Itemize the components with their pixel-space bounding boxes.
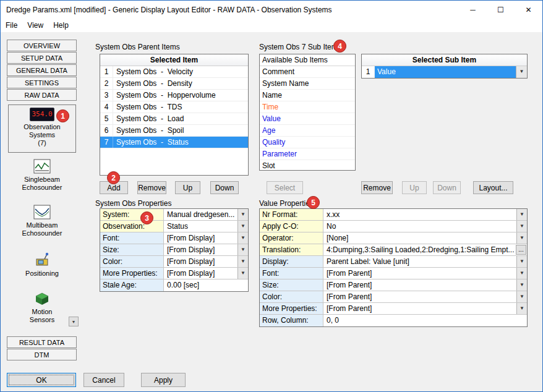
property-value[interactable]: Parent Label: Value [unit] [323, 256, 516, 267]
sidebar-item-raw-data[interactable]: RAW DATA [7, 89, 77, 101]
property-value[interactable]: 0, 0 [323, 315, 527, 326]
property-value[interactable]: x.xx [323, 209, 516, 220]
table-row[interactable]: 6System Obs - Spoil [100, 125, 248, 137]
dropdown-arrow-icon[interactable]: ▼ [516, 303, 527, 314]
property-row: Apply C-O:No▼ [260, 221, 527, 232]
remove-button[interactable]: Remove [137, 181, 166, 194]
table-row[interactable]: 5System Obs - Load [100, 113, 248, 125]
row-text: System Obs - TDS [113, 101, 248, 113]
dropdown-arrow-icon[interactable]: ▼ [516, 221, 527, 232]
menu-view[interactable]: View [22, 19, 48, 32]
dropdown-arrow-icon[interactable]: ▼ [237, 232, 248, 244]
list-item[interactable]: Time [260, 101, 355, 113]
property-value[interactable]: [From Parent] [323, 303, 516, 314]
property-value[interactable]: [From Display] [164, 268, 237, 279]
maximize-button[interactable]: ☐ [487, 1, 515, 19]
sidebar-item-general-data[interactable]: GENERAL DATA [7, 64, 77, 76]
property-value[interactable]: [From Parent] [323, 268, 516, 279]
property-value[interactable]: No [323, 221, 516, 232]
dropdown-arrow-icon[interactable]: ▼ [516, 268, 527, 279]
select-button[interactable]: Select [267, 181, 303, 194]
dropdown-arrow-icon[interactable]: ▼ [516, 279, 527, 291]
dropdown-arrow-icon[interactable]: ▼ [237, 256, 248, 267]
parent-items-column-header: Selected Item [100, 54, 248, 66]
list-item[interactable]: Name [260, 90, 355, 101]
property-row: More Properties:[From Parent]▼ [260, 303, 527, 315]
dropdown-arrow-icon[interactable]: ▼ [516, 66, 527, 78]
property-row: Translation:4:Dumping,3:Sailing Loaded,2… [260, 244, 527, 256]
list-item[interactable]: System Name [260, 78, 355, 90]
dropdown-arrow-icon[interactable]: ▼ [237, 244, 248, 255]
table-row[interactable]: 3System Obs - Hoppervolume [100, 90, 248, 101]
sidebar-item-motion-sensors[interactable]: Motion Sensors [8, 289, 76, 327]
property-value[interactable]: [From Parent] [323, 291, 516, 302]
sidebar-item-setup-data[interactable]: SETUP DATA [7, 52, 77, 64]
sub-items-section-label: System Obs 7 Sub Items [259, 43, 341, 51]
row-text: Value [375, 66, 516, 78]
sidebar-item-overview[interactable]: OVERVIEW [7, 40, 77, 51]
sidebar-item-result-data[interactable]: RESULT DATA [7, 336, 77, 348]
dropdown-arrow-icon[interactable]: ▼ [516, 209, 527, 220]
property-value[interactable]: [From Display] [164, 244, 237, 255]
row-text: System Obs - Density [113, 78, 248, 89]
sidebar-item-dtm[interactable]: DTM [7, 349, 77, 360]
table-row[interactable]: 4System Obs - TDS [100, 101, 248, 113]
close-button[interactable]: ✕ [515, 1, 542, 19]
row-number: 2 [100, 78, 113, 89]
ellipsis-button[interactable]: ... [516, 245, 526, 255]
dropdown-arrow-icon[interactable]: ▼ [237, 268, 248, 279]
list-item[interactable]: Parameter [260, 148, 355, 160]
sidebar-item-positioning[interactable]: Positioning [8, 249, 76, 284]
dropdown-arrow-icon[interactable]: ▼ [516, 232, 527, 244]
property-value[interactable]: Status [164, 221, 237, 232]
list-item[interactable]: Comment [260, 66, 355, 78]
menu-help[interactable]: Help [48, 19, 74, 32]
property-row: Observation:Status▼ [100, 221, 248, 232]
list-item[interactable]: Quality [260, 137, 355, 148]
list-item[interactable]: Age [260, 125, 355, 137]
table-row[interactable]: 2System Obs - Density [100, 78, 248, 90]
value-properties-table: Nr Format:x.xx▼ Apply C-O:No▼ Operator:[… [259, 208, 528, 327]
property-row: Color:[From Parent]▼ [260, 291, 527, 303]
table-row-selected[interactable]: 1 Value ▼ [362, 66, 527, 78]
dropdown-arrow-icon[interactable]: ▼ [237, 221, 248, 232]
value-properties-label: Value Properties [259, 199, 314, 208]
cancel-button[interactable]: Cancel [83, 373, 124, 387]
property-value[interactable]: 0.00 [sec] [164, 279, 248, 291]
property-label: Size: [260, 279, 323, 291]
row-number: 7 [100, 137, 113, 148]
property-row: Operator:[None]▼ [260, 232, 527, 244]
table-row-selected[interactable]: 7System Obs - Status [100, 137, 248, 148]
sidebar-item-settings[interactable]: SETTINGS [7, 77, 77, 88]
ok-button[interactable]: OK [7, 373, 76, 387]
dropdown-arrow-icon[interactable]: ▼ [237, 209, 248, 220]
property-value[interactable]: Manual dredgesen... [164, 209, 237, 220]
list-item[interactable]: Slot [260, 160, 355, 171]
app-window: Dredge Params.xml [modified] - Generic D… [0, 0, 543, 392]
property-value[interactable]: [From Parent] [323, 279, 516, 291]
sidebar-scroll-down-button[interactable]: ▼ [69, 317, 79, 326]
minimize-button[interactable]: ─ [459, 1, 487, 19]
apply-button[interactable]: Apply [141, 373, 186, 387]
sub-down-button[interactable]: Down [433, 181, 461, 194]
dropdown-arrow-icon[interactable]: ▼ [516, 256, 527, 267]
table-row[interactable]: 1System Obs - Velocity [100, 66, 248, 78]
list-item[interactable]: Value [260, 113, 355, 125]
sidebar-item-singlebeam-echosounder[interactable]: Singlebeam Echosounder [8, 156, 76, 196]
layout-button[interactable]: Layout... [473, 181, 513, 194]
down-button[interactable]: Down [210, 181, 239, 194]
system-obs-properties-label: System Obs Properties [95, 199, 171, 208]
dropdown-arrow-icon[interactable]: ▼ [516, 291, 527, 302]
sidebar-item-multibeam-echosounder[interactable]: Multibeam Echosounder [8, 202, 76, 242]
property-value[interactable]: 4:Dumping,3:Sailing Loaded,2:Dredging,1:… [323, 244, 515, 255]
up-button[interactable]: Up [175, 181, 200, 194]
property-value[interactable]: [From Display] [164, 232, 237, 244]
singlebeam-echosounder-icon [33, 159, 51, 174]
sub-remove-button[interactable]: Remove [361, 181, 393, 194]
property-value[interactable]: [None] [323, 232, 516, 244]
sub-up-button[interactable]: Up [402, 181, 427, 194]
row-number: 5 [100, 113, 113, 124]
menu-file[interactable]: File [1, 19, 22, 32]
property-value[interactable]: [From Display] [164, 256, 237, 267]
property-label: Font: [100, 232, 164, 244]
